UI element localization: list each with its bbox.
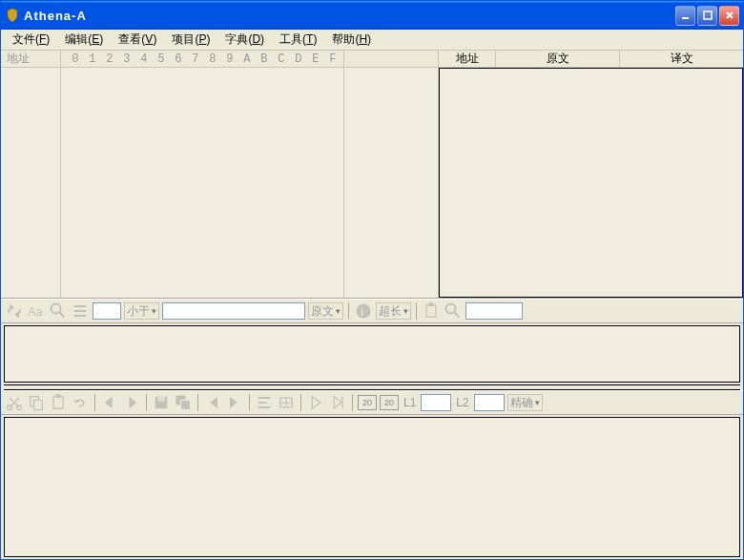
menu-dict[interactable]: 字典(D) — [217, 30, 272, 50]
svg-rect-6 — [426, 305, 436, 318]
window-controls — [675, 6, 739, 26]
clipboard-icon[interactable] — [422, 301, 441, 321]
last-icon[interactable] — [225, 393, 244, 412]
minimize-button[interactable] — [675, 6, 695, 26]
paste-icon[interactable] — [49, 393, 68, 412]
menu-file[interactable]: 文件(F) — [5, 30, 57, 50]
translation-table: 地址 原文 译文 — [439, 51, 743, 298]
list-icon[interactable] — [71, 301, 90, 321]
col-translation[interactable]: 译文 — [620, 51, 743, 67]
svg-point-8 — [446, 304, 456, 314]
svg-rect-0 — [682, 17, 689, 19]
menu-edit[interactable]: 编辑(E) — [57, 30, 111, 50]
badge-20-b[interactable]: 20 — [380, 395, 399, 410]
sync-icon[interactable] — [5, 301, 24, 321]
search-input[interactable] — [465, 302, 523, 320]
grid-icon[interactable] — [277, 393, 296, 412]
play-icon[interactable] — [306, 393, 325, 412]
filter-value-input[interactable] — [93, 302, 121, 320]
search-icon-2[interactable] — [444, 301, 463, 321]
maximize-button[interactable] — [697, 6, 717, 26]
col-address[interactable]: 地址 — [439, 51, 496, 67]
window-title: Athena-A — [24, 9, 675, 23]
svg-rect-14 — [56, 394, 61, 398]
l2-input[interactable] — [474, 394, 505, 411]
save-all-icon[interactable] — [174, 393, 193, 412]
separator — [94, 394, 95, 411]
separator — [146, 394, 147, 411]
source-textarea[interactable] — [4, 325, 740, 383]
l2-label: L2 — [454, 396, 470, 409]
next-icon[interactable] — [122, 393, 141, 412]
info-icon[interactable]: i — [354, 301, 373, 321]
ascii-panel — [344, 51, 440, 298]
separator — [416, 302, 417, 320]
menu-project[interactable]: 项目(P) — [164, 30, 217, 50]
lower-wrap — [1, 415, 743, 559]
upper-panels: 地址 0123456789ABCDEF 地址 原文 译文 — [1, 51, 743, 299]
l1-label: L1 — [402, 396, 418, 409]
toolbar-edit: 20 20 L1 L2 精确▾ — [1, 390, 743, 415]
svg-text:i: i — [362, 306, 364, 318]
first-icon[interactable] — [203, 393, 222, 412]
menu-tools[interactable]: 工具(T) — [272, 30, 324, 50]
app-icon — [5, 8, 20, 23]
compare-combo[interactable]: 小于▾ — [124, 302, 159, 320]
prev-icon[interactable] — [100, 393, 119, 412]
overlong-combo[interactable]: 超长▾ — [376, 302, 411, 320]
toolbar-filter: Aa 小于▾ 原文▾ i 超长▾ — [1, 299, 743, 323]
svg-rect-13 — [53, 397, 63, 409]
exact-combo[interactable]: 精确▾ — [507, 394, 543, 411]
undo-icon[interactable] — [71, 393, 90, 412]
source-combo[interactable]: 原文▾ — [308, 302, 343, 320]
table-header: 地址 原文 译文 — [439, 51, 743, 68]
align-icon[interactable] — [255, 393, 274, 412]
svg-rect-1 — [704, 11, 712, 19]
svg-rect-16 — [157, 397, 165, 402]
filter-text-input[interactable] — [162, 302, 305, 320]
separator — [300, 394, 301, 411]
font-case-icon[interactable]: Aa — [27, 301, 46, 321]
l1-input[interactable] — [421, 394, 451, 411]
hex-columns: 0123456789ABCDEF — [61, 51, 343, 68]
hex-panel: 0123456789ABCDEF — [61, 51, 344, 298]
close-button[interactable] — [719, 6, 739, 26]
search-icon[interactable] — [49, 301, 68, 321]
badge-20-a[interactable]: 20 — [358, 395, 377, 410]
cut-icon[interactable] — [5, 393, 24, 412]
address-header: 地址 — [1, 51, 60, 68]
ascii-header — [344, 51, 439, 68]
content-area: 地址 0123456789ABCDEF 地址 原文 译文 Aa — [1, 51, 743, 559]
separator — [249, 394, 250, 411]
col-source[interactable]: 原文 — [496, 51, 620, 67]
svg-text:Aa: Aa — [28, 305, 42, 319]
svg-point-3 — [52, 304, 61, 314]
svg-rect-12 — [34, 401, 43, 410]
svg-rect-18 — [181, 401, 191, 410]
menu-help[interactable]: 帮助(H) — [324, 30, 379, 50]
app-window: Athena-A 文件(F) 编辑(E) 查看(V) 项目(P) 字典(D) 工… — [0, 0, 744, 560]
separator — [352, 394, 353, 411]
copy-icon[interactable] — [27, 393, 46, 412]
menubar: 文件(F) 编辑(E) 查看(V) 项目(P) 字典(D) 工具(T) 帮助(H… — [1, 30, 743, 51]
svg-rect-7 — [429, 302, 434, 306]
separator — [197, 394, 198, 411]
step-icon[interactable] — [328, 393, 347, 412]
menu-view[interactable]: 查看(V) — [111, 30, 164, 50]
table-body[interactable] — [439, 68, 743, 298]
translation-textarea[interactable] — [4, 417, 740, 557]
save-icon[interactable] — [152, 393, 171, 412]
titlebar[interactable]: Athena-A — [1, 1, 743, 30]
address-panel: 地址 — [1, 51, 61, 298]
svg-point-4 — [357, 304, 371, 319]
separator — [348, 302, 349, 320]
